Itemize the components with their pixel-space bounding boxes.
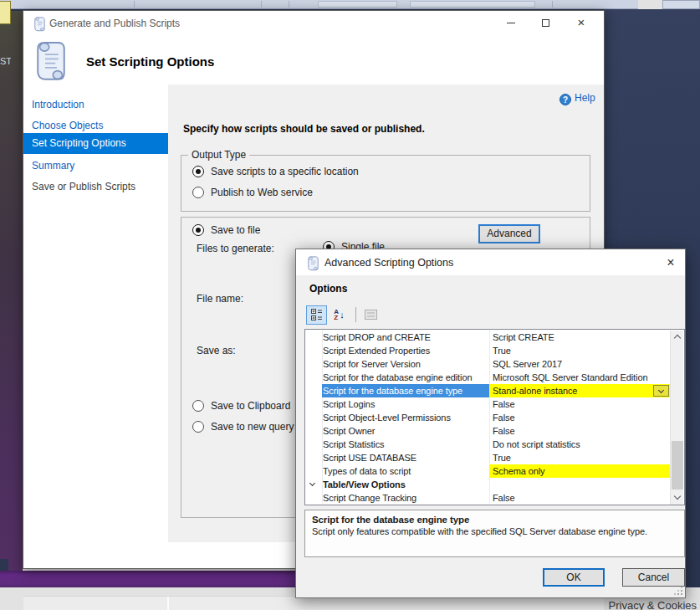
categorized-view-button[interactable] — [306, 305, 327, 325]
background-toolbar-box — [662, 0, 700, 9]
sidebar-item-save-or-publish[interactable]: Save or Publish Scripts — [23, 177, 168, 197]
sort-az-icon: A Z ↓ — [334, 309, 344, 320]
dialog-titlebar[interactable]: Advanced Scripting Options × — [296, 249, 685, 275]
files-to-generate-label: Files to generate: — [197, 243, 274, 254]
grid-row[interactable]: Script for Server Version SQL Server 201… — [305, 357, 671, 371]
scroll-icon — [306, 255, 320, 274]
grid-row[interactable]: Script Change Tracking False — [305, 491, 671, 505]
radio-save-to-new-query[interactable]: Save to new query win — [192, 421, 312, 433]
grid-row[interactable]: Script Statistics Do not script statisti… — [305, 438, 671, 451]
option-value: False — [489, 491, 671, 505]
description-title: Script for the database engine type — [312, 515, 677, 525]
option-name: Script Extended Properties — [305, 344, 489, 357]
ok-button[interactable]: OK — [543, 568, 605, 587]
toolbar-field — [410, 1, 535, 8]
option-name: Script for the database engine edition — [305, 371, 489, 384]
toolbar-separator — [355, 307, 356, 322]
maximize-button[interactable] — [531, 11, 559, 34]
page-title: Set Scripting Options — [86, 54, 214, 69]
cancel-button[interactable]: Cancel — [622, 568, 685, 587]
help-label: Help — [575, 92, 595, 104]
divider — [167, 597, 169, 610]
property-pages-button[interactable] — [360, 305, 381, 325]
grid-row[interactable]: Script for the database engine edition M… — [305, 371, 671, 384]
radio-icon — [192, 400, 204, 412]
wizard-titlebar[interactable]: Generate and Publish Scripts × — [23, 11, 604, 36]
option-name: Script Statistics — [305, 438, 489, 451]
file-name-label: File name: — [197, 293, 243, 305]
scroll-up-button[interactable] — [671, 331, 684, 344]
wizard-sidebar: Introduction Choose Objects Set Scriptin… — [23, 85, 168, 568]
option-value: True — [489, 451, 671, 464]
close-button[interactable]: × — [658, 251, 683, 274]
radio-save-scripts-location[interactable]: Save scripts to a specific location — [192, 166, 359, 177]
dialog-title: Advanced Scripting Options — [324, 257, 453, 269]
grid-row-selected[interactable]: Script for the database engine type Stan… — [305, 384, 671, 397]
radio-save-to-clipboard[interactable]: Save to Clipboard — [192, 400, 290, 412]
radio-label: Publish to Web service — [211, 187, 313, 198]
grid-row[interactable]: Script Owner False — [305, 424, 671, 438]
advanced-options-dialog: Advanced Scripting Options × Options A — [295, 249, 686, 598]
option-name: Script for the database engine type — [322, 384, 489, 397]
minimize-icon — [507, 23, 515, 23]
grid-row[interactable]: Types of data to script Schema only — [305, 464, 671, 478]
sidebar-item-introduction[interactable]: Introduction — [23, 95, 168, 115]
close-icon: × — [667, 255, 674, 269]
help-icon: ? — [559, 94, 571, 105]
option-value: Stand-alone instance — [489, 384, 671, 397]
grid-row[interactable]: Script USE DATABASE True — [305, 451, 671, 464]
toolbar-separator — [289, 1, 289, 8]
option-name: Script Logins — [305, 397, 489, 411]
scroll-down-button[interactable] — [671, 491, 684, 505]
toolbar-separator — [261, 1, 262, 8]
radio-icon — [192, 166, 204, 177]
option-value: True — [489, 344, 671, 357]
vertical-scrollbar[interactable] — [670, 331, 683, 505]
page-heading: Specify how scripts should be saved or p… — [183, 123, 425, 135]
sidebar-item-summary[interactable]: Summary — [23, 156, 168, 177]
close-icon: × — [578, 15, 585, 29]
radio-save-to-file[interactable]: Save to file — [192, 224, 260, 236]
sidebar-item-label: Save or Publish Scripts — [32, 181, 135, 192]
background-toolbar — [0, 0, 638, 9]
toolbar-separator — [552, 1, 553, 8]
alphabetical-sort-button[interactable]: A Z ↓ — [329, 305, 350, 325]
option-name: Types of data to script — [305, 464, 489, 478]
option-value: Microsoft SQL Server Standard Edition — [489, 371, 671, 384]
close-button[interactable]: × — [567, 11, 595, 34]
resize-grip-icon[interactable] — [674, 587, 682, 595]
scrollbar-thumb[interactable] — [672, 441, 683, 490]
grid-row[interactable]: Script Object-Level Permissions False — [305, 411, 671, 424]
chevron-down-icon — [658, 387, 664, 392]
toolbar-field — [318, 1, 397, 8]
scroll-icon — [33, 16, 47, 34]
background-text-fragment: STO — [0, 56, 11, 69]
minimize-button[interactable] — [497, 11, 525, 34]
category-name: Table/View Options — [305, 478, 665, 491]
sidebar-item-label: Set Scripting Options — [32, 137, 126, 149]
background-app-icon — [0, 1, 11, 24]
advanced-button[interactable]: Advanced — [478, 224, 540, 243]
window-title: Generate and Publish Scripts — [49, 18, 180, 29]
description-text: Script only features compatible with the… — [312, 526, 677, 536]
sidebar-item-set-scripting-options[interactable]: Set Scripting Options — [23, 133, 168, 154]
radio-publish-web-service[interactable]: Publish to Web service — [192, 187, 313, 198]
option-name: Script Owner — [305, 424, 489, 438]
chevron-down-icon — [674, 493, 681, 500]
radio-label: Save scripts to a specific location — [211, 166, 359, 177]
value-dropdown-button[interactable] — [653, 385, 669, 397]
grid-row[interactable]: Script Extended Properties True — [305, 344, 671, 357]
maximize-icon — [542, 19, 549, 27]
option-value: False — [489, 397, 671, 411]
options-label: Options — [309, 283, 347, 295]
grid-row[interactable]: Script DROP and CREATE Script CREATE — [305, 331, 671, 344]
footer-link[interactable]: Privacy & Cookies — [609, 599, 697, 610]
option-value: Script CREATE — [489, 331, 671, 344]
grid-category-row[interactable]: Table/View Options — [305, 478, 671, 491]
grid-row[interactable]: Script Logins False — [305, 397, 671, 411]
categorized-icon — [311, 309, 323, 320]
help-link[interactable]: ?Help — [559, 92, 595, 105]
option-name: Script Change Tracking — [305, 491, 489, 505]
screen: STO Previous Version Docs · Blog · Contr… — [0, 0, 700, 610]
option-value: SQL Server 2017 — [489, 357, 671, 371]
